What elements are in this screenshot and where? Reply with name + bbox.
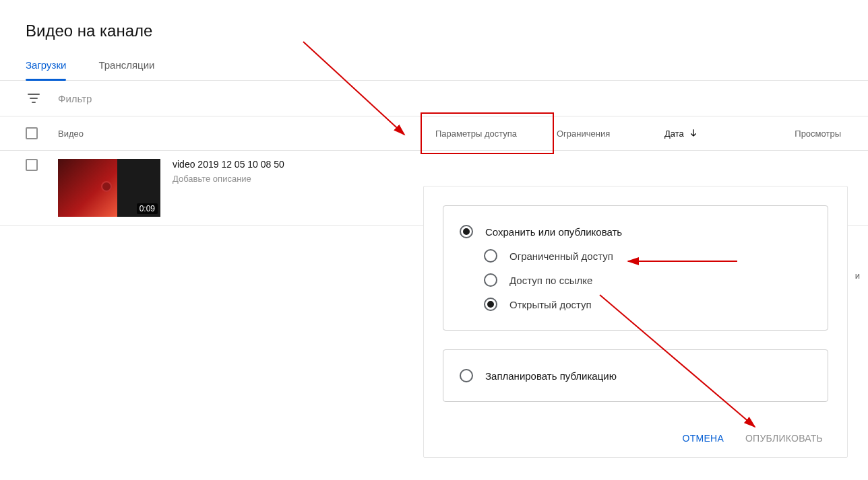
truncated-text: и bbox=[855, 271, 860, 281]
column-date-label: Дата bbox=[664, 129, 684, 139]
tab-uploads[interactable]: Загрузки bbox=[26, 59, 66, 80]
tab-live[interactable]: Трансляции bbox=[98, 59, 154, 80]
option-public[interactable]: Открытый доступ bbox=[460, 292, 811, 316]
option-private[interactable]: Ограниченный доступ bbox=[460, 244, 811, 268]
radio-icon bbox=[484, 273, 497, 287]
select-all-checkbox[interactable] bbox=[26, 127, 38, 139]
filter-bar bbox=[0, 81, 868, 116]
publish-section: Сохранить или опубликовать Ограниченный … bbox=[443, 205, 828, 331]
arrow-down-icon bbox=[688, 128, 699, 139]
filter-icon[interactable] bbox=[26, 90, 42, 106]
table-header: Видео Параметры доступа Ограничения Дата… bbox=[0, 116, 868, 151]
video-title[interactable]: video 2019 12 05 10 08 50 bbox=[173, 159, 284, 170]
popover-actions: ОТМЕНА ОПУБЛИКОВАТЬ bbox=[424, 421, 847, 457]
option-label: Сохранить или опубликовать bbox=[485, 226, 622, 238]
column-views[interactable]: Просмотры bbox=[795, 129, 868, 139]
schedule-section: Запланировать публикацию bbox=[443, 349, 828, 402]
filter-input[interactable] bbox=[58, 93, 193, 104]
tabs: Загрузки Трансляции bbox=[0, 40, 868, 81]
radio-icon bbox=[484, 249, 497, 263]
option-label: Ограниченный доступ bbox=[509, 250, 613, 262]
radio-icon bbox=[460, 369, 473, 382]
column-video: Видео bbox=[58, 129, 435, 139]
option-label: Запланировать публикацию bbox=[485, 370, 617, 382]
row-checkbox[interactable] bbox=[26, 159, 38, 171]
option-schedule[interactable]: Запланировать публикацию bbox=[460, 364, 811, 388]
option-save-or-publish[interactable]: Сохранить или опубликовать bbox=[460, 219, 811, 244]
radio-icon bbox=[460, 225, 473, 238]
video-thumbnail[interactable]: 0:09 bbox=[58, 159, 160, 217]
option-unlisted[interactable]: Доступ по ссылке bbox=[460, 268, 811, 292]
visibility-popover: Сохранить или опубликовать Ограниченный … bbox=[423, 186, 848, 458]
duration-badge: 0:09 bbox=[137, 203, 158, 214]
cancel-button[interactable]: ОТМЕНА bbox=[683, 433, 724, 444]
column-date[interactable]: Дата bbox=[664, 128, 745, 139]
publish-button[interactable]: ОПУБЛИКОВАТЬ bbox=[745, 433, 823, 444]
column-access[interactable]: Параметры доступа bbox=[435, 129, 557, 139]
video-description[interactable]: Добавьте описание bbox=[173, 174, 284, 184]
option-label: Доступ по ссылке bbox=[509, 275, 592, 286]
column-restrictions[interactable]: Ограничения bbox=[557, 129, 664, 139]
option-label: Открытый доступ bbox=[509, 299, 592, 310]
page-title: Видео на канале bbox=[0, 0, 868, 40]
radio-icon bbox=[484, 298, 497, 311]
